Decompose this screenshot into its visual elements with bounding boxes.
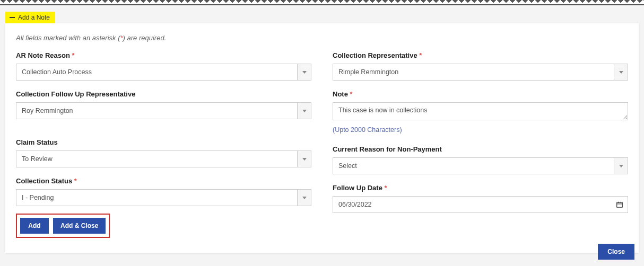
dropdown-toggle[interactable] [614, 64, 628, 80]
selected-value: To Review [16, 151, 297, 167]
add-buttons-highlight: Add Add & Close [16, 214, 110, 238]
follow-up-date-input[interactable]: 06/30/2022 [333, 196, 628, 213]
panel-wrap: Add a Note All fields marked with an ast… [0, 12, 644, 253]
form-container: All fields marked with an asterisk (*) a… [5, 23, 639, 253]
add-and-close-button[interactable]: Add & Close [53, 218, 106, 234]
add-button[interactable]: Add [20, 218, 49, 234]
label-ar-note-reason: AR Note Reason * [16, 51, 311, 59]
field-note: Note * (Upto 2000 Characters) [333, 90, 628, 134]
minus-icon [10, 17, 15, 18]
field-ar-note-reason: AR Note Reason * Collection Auto Process [16, 51, 311, 81]
chevron-down-icon [302, 197, 307, 199]
select-ar-note-reason[interactable]: Collection Auto Process [16, 64, 311, 81]
note-textarea[interactable] [333, 102, 628, 120]
label-claim-status: Claim Status [16, 138, 311, 146]
calendar-icon [616, 201, 623, 208]
selected-value: Select [333, 158, 614, 174]
dropdown-toggle[interactable] [297, 103, 311, 119]
select-reason-nonpayment[interactable]: Select [333, 157, 628, 174]
field-follow-up-date: Follow Up Date * 06/30/2022 [333, 184, 628, 213]
dropdown-toggle[interactable] [297, 64, 311, 80]
label-follow-up-rep: Collection Follow Up Representative [16, 90, 311, 98]
chevron-down-icon [302, 71, 307, 74]
close-button[interactable]: Close [598, 244, 634, 260]
chevron-down-icon [619, 71, 623, 74]
select-collection-status[interactable]: I - Pending [16, 189, 311, 206]
field-reason-nonpayment: Current Reason for Non-Payment Select [333, 145, 628, 174]
svg-rect-0 [617, 202, 623, 207]
dropdown-toggle[interactable] [297, 151, 311, 167]
selected-value: Roy Remmington [16, 103, 297, 119]
select-claim-status[interactable]: To Review [16, 150, 311, 167]
note-char-hint: (Upto 2000 Characters) [333, 126, 628, 134]
chevron-down-icon [302, 158, 307, 161]
label-follow-up-date: Follow Up Date * [333, 184, 628, 192]
chevron-down-icon [302, 110, 307, 112]
spacer [333, 136, 628, 145]
label-collection-rep: Collection Representative * [333, 51, 628, 59]
section-header-add-note[interactable]: Add a Note [5, 12, 55, 23]
select-follow-up-rep[interactable]: Roy Remmington [16, 102, 311, 119]
selected-value: I - Pending [16, 190, 297, 206]
right-column: Collection Representative * Rimple Remmi… [333, 51, 628, 238]
left-column: AR Note Reason * Collection Auto Process… [16, 51, 311, 238]
selected-value: Collection Auto Process [16, 64, 297, 80]
decorative-top-edge [0, 0, 644, 5]
dropdown-toggle[interactable] [614, 158, 628, 174]
field-follow-up-rep: Collection Follow Up Representative Roy … [16, 90, 311, 119]
label-collection-status: Collection Status * [16, 177, 311, 185]
label-reason-nonpayment: Current Reason for Non-Payment [333, 145, 628, 153]
spacer [16, 129, 311, 138]
required-fields-instruction: All fields marked with an asterisk (*) a… [16, 34, 628, 42]
dropdown-toggle[interactable] [297, 190, 311, 206]
form-columns: AR Note Reason * Collection Auto Process… [16, 51, 628, 238]
field-collection-rep: Collection Representative * Rimple Remmi… [333, 51, 628, 81]
section-title: Add a Note [18, 14, 50, 21]
field-collection-status: Collection Status * I - Pending [16, 177, 311, 206]
date-value: 06/30/2022 [338, 201, 372, 208]
selected-value: Rimple Remmington [333, 64, 614, 80]
label-note: Note * [333, 90, 628, 98]
select-collection-rep[interactable]: Rimple Remmington [333, 64, 628, 81]
chevron-down-icon [619, 165, 623, 167]
footer-close-wrap: Close [598, 244, 634, 260]
field-claim-status: Claim Status To Review [16, 138, 311, 167]
